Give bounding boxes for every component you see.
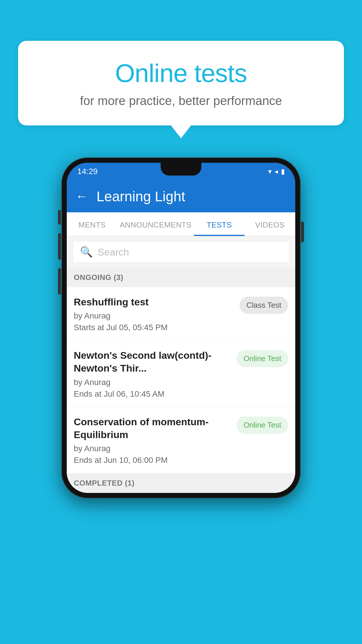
search-bar[interactable]: 🔍 Search: [73, 241, 289, 263]
test-item-newton[interactable]: Newton's Second law(contd)-Newton's Thir…: [67, 341, 295, 407]
test-badge-reshuffling: Class Test: [240, 297, 288, 314]
test-title-conservation: Conservation of momentum-Equilibrium: [74, 415, 231, 441]
test-author-conservation: by Anurag: [74, 444, 231, 453]
test-date-conservation: Ends at Jun 10, 06:00 PM: [74, 456, 231, 465]
power-button: [301, 222, 304, 242]
silent-button: [58, 268, 61, 295]
notch: [161, 163, 201, 176]
wifi-icon: ▾: [268, 167, 272, 176]
search-container: 🔍 Search: [67, 236, 295, 268]
speech-bubble: Online tests for more practice, better p…: [18, 41, 344, 125]
volume-down-button: [58, 233, 61, 260]
test-author-reshuffling: by Anurag: [74, 311, 234, 321]
test-info-newton: Newton's Second law(contd)-Newton's Thir…: [74, 349, 231, 398]
ongoing-section-header: ONGOING (3): [67, 268, 295, 287]
status-bar: 14:29 ▾ ◂ ▮: [67, 163, 295, 180]
test-badge-conservation: Online Test: [236, 416, 288, 434]
signal-icon: ◂: [275, 167, 278, 176]
test-title-newton: Newton's Second law(contd)-Newton's Thir…: [74, 349, 231, 374]
test-date-reshuffling: Starts at Jul 05, 05:45 PM: [74, 323, 234, 332]
test-item-reshuffling[interactable]: Reshuffling test by Anurag Starts at Jul…: [67, 287, 295, 341]
completed-section-header: COMPLETED (1): [67, 473, 295, 493]
status-icons: ▾ ◂ ▮: [268, 167, 285, 176]
test-date-newton: Ends at Jul 06, 10:45 AM: [74, 389, 231, 399]
back-button[interactable]: ←: [75, 189, 88, 203]
test-author-newton: by Anurag: [74, 378, 231, 387]
speech-bubble-subtitle: for more practice, better performance: [41, 94, 321, 108]
search-input[interactable]: Search: [98, 246, 129, 258]
tab-tests[interactable]: TESTS: [194, 212, 245, 236]
tab-announcements[interactable]: ANNOUNCEMENTS: [117, 212, 194, 236]
test-title-reshuffling: Reshuffling test: [74, 295, 234, 308]
battery-icon: ▮: [281, 167, 285, 176]
speech-bubble-title: Online tests: [41, 58, 321, 88]
tab-videos[interactable]: VIDEOS: [245, 212, 295, 236]
test-badge-newton: Online Test: [236, 350, 288, 367]
test-info-reshuffling: Reshuffling test by Anurag Starts at Jul…: [74, 295, 234, 332]
test-info-conservation: Conservation of momentum-Equilibrium by …: [74, 415, 231, 465]
speech-bubble-container: Online tests for more practice, better p…: [18, 41, 344, 125]
status-time: 14:29: [77, 167, 98, 176]
phone-outer: 14:29 ▾ ◂ ▮ ← Learning Light MENTS A: [61, 158, 301, 498]
test-item-conservation[interactable]: Conservation of momentum-Equilibrium by …: [67, 407, 295, 473]
tabs-container: MENTS ANNOUNCEMENTS TESTS VIDEOS: [67, 212, 295, 236]
search-icon: 🔍: [80, 246, 93, 258]
phone-mockup: 14:29 ▾ ◂ ▮ ← Learning Light MENTS A: [61, 158, 301, 498]
app-bar: ← Learning Light: [67, 180, 295, 212]
volume-up-button: [58, 210, 61, 225]
app-title: Learning Light: [96, 188, 185, 204]
phone-screen: 14:29 ▾ ◂ ▮ ← Learning Light MENTS A: [67, 163, 295, 493]
tab-ments[interactable]: MENTS: [67, 212, 117, 236]
